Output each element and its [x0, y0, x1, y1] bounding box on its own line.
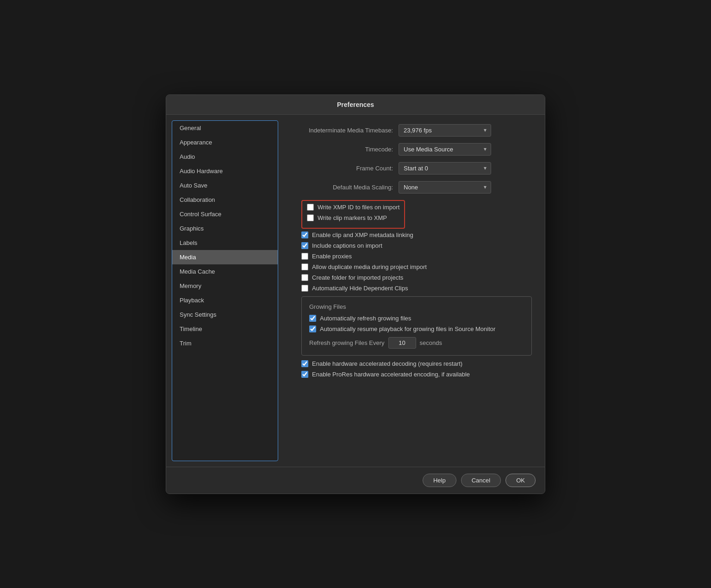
timecode-label: Timecode:	[297, 146, 399, 153]
create-folder-imported-checkbox[interactable]	[301, 274, 308, 281]
frame-count-select[interactable]: Start at 0Start at 1	[399, 162, 491, 175]
checkbox-row-create-folder-imported: Create folder for imported projects	[301, 274, 532, 281]
write-xmp-id-label: Write XMP ID to files on import	[318, 204, 399, 211]
sidebar-item-trim[interactable]: Trim	[172, 336, 278, 350]
hw-accel-decoding-label: Enable hardware accelerated decoding (re…	[312, 360, 462, 367]
sidebar-item-media[interactable]: Media	[172, 250, 278, 264]
indeterminate-media-timebase-select[interactable]: 23,976 fps24 fps25 fps29,97 fps30 fps	[399, 124, 491, 137]
create-folder-imported-label: Create folder for imported projects	[312, 274, 403, 281]
checkbox-row-write-clip-markers: Write clip markers to XMP	[307, 214, 399, 221]
sidebar-item-audio-hardware[interactable]: Audio Hardware	[172, 164, 278, 178]
sidebar-item-control-surface[interactable]: Control Surface	[172, 207, 278, 221]
write-clip-markers-label: Write clip markers to XMP	[318, 214, 387, 221]
field-row-default-media-scaling: Default Media Scaling:NoneSet to Frame S…	[297, 181, 532, 194]
growing-files-box: Growing Files Automatically refresh grow…	[301, 296, 532, 356]
title-bar: Preferences	[166, 95, 545, 115]
sidebar-item-collaboration[interactable]: Collaboration	[172, 193, 278, 207]
preferences-dialog: Preferences GeneralAppearanceAudioAudio …	[166, 94, 545, 494]
refresh-unit: seconds	[420, 339, 442, 346]
auto-resume-playback-checkbox[interactable]	[309, 325, 316, 332]
auto-refresh-growing-label: Automatically refresh growing files	[320, 315, 411, 322]
auto-refresh-growing-checkbox[interactable]	[309, 315, 316, 322]
sidebar-item-media-cache[interactable]: Media Cache	[172, 264, 278, 279]
refresh-label: Refresh growing Files Every	[309, 339, 385, 346]
cancel-button[interactable]: Cancel	[461, 474, 501, 487]
include-captions-label: Include captions on import	[312, 242, 382, 249]
sidebar-item-general[interactable]: General	[172, 121, 278, 135]
sidebar-item-appearance[interactable]: Appearance	[172, 135, 278, 150]
checkbox-row-write-xmp-id: Write XMP ID to files on import	[307, 204, 399, 211]
checkbox-row-enable-clip-xmp-linking: Enable clip and XMP metadata linking	[301, 231, 532, 238]
checkbox-row-auto-refresh-growing: Automatically refresh growing files	[309, 315, 524, 322]
sidebar-item-graphics[interactable]: Graphics	[172, 221, 278, 236]
dialog-footer: Help Cancel OK	[166, 467, 545, 494]
write-clip-markers-checkbox[interactable]	[307, 214, 314, 221]
default-media-scaling-select[interactable]: NoneSet to Frame SizeScale to Frame Size	[399, 181, 491, 194]
field-row-frame-count: Frame Count:Start at 0Start at 1	[297, 162, 532, 175]
hw-accel-decoding-checkbox[interactable]	[301, 360, 308, 367]
checkbox-row-auto-resume-playback: Automatically resume playback for growin…	[309, 325, 524, 332]
include-captions-checkbox[interactable]	[301, 242, 308, 249]
frame-count-label: Frame Count:	[297, 165, 399, 172]
checkbox-row-auto-hide-dependent: Automatically Hide Dependent Clips	[301, 285, 532, 292]
checkbox-row-hw-accel-decoding: Enable hardware accelerated decoding (re…	[301, 360, 532, 367]
sidebar-item-auto-save[interactable]: Auto Save	[172, 178, 278, 193]
checkbox-row-include-captions: Include captions on import	[301, 242, 532, 249]
sidebar-item-audio[interactable]: Audio	[172, 150, 278, 164]
sidebar-item-memory[interactable]: Memory	[172, 279, 278, 293]
sidebar-item-labels[interactable]: Labels	[172, 236, 278, 250]
dialog-body: GeneralAppearanceAudioAudio HardwareAuto…	[166, 115, 545, 467]
auto-hide-dependent-label: Automatically Hide Dependent Clips	[312, 285, 408, 292]
growing-files-title: Growing Files	[309, 303, 524, 310]
sidebar-item-playback[interactable]: Playback	[172, 293, 278, 307]
content-area: Indeterminate Media Timebase:23,976 fps2…	[284, 115, 545, 467]
sidebar: GeneralAppearanceAudioAudio HardwareAuto…	[172, 120, 278, 461]
prores-hw-encoding-label: Enable ProRes hardware accelerated encod…	[312, 371, 470, 378]
indeterminate-media-timebase-label: Indeterminate Media Timebase:	[297, 127, 399, 134]
checkbox-row-prores-hw-encoding: Enable ProRes hardware accelerated encod…	[301, 371, 532, 378]
auto-hide-dependent-checkbox[interactable]	[301, 285, 308, 292]
enable-proxies-label: Enable proxies	[312, 253, 352, 260]
help-button[interactable]: Help	[423, 474, 456, 487]
xmp-group: Write XMP ID to files on importWrite cli…	[301, 200, 405, 229]
field-row-timecode: Timecode:Use Media SourceGenerate Media	[297, 143, 532, 156]
refresh-row: Refresh growing Files Every seconds	[309, 337, 524, 349]
allow-duplicate-media-checkbox[interactable]	[301, 263, 308, 270]
timecode-select[interactable]: Use Media SourceGenerate Media	[399, 143, 491, 156]
ok-button[interactable]: OK	[505, 474, 536, 487]
checkbox-row-allow-duplicate-media: Allow duplicate media during project imp…	[301, 263, 532, 270]
prores-hw-encoding-checkbox[interactable]	[301, 371, 308, 378]
enable-proxies-checkbox[interactable]	[301, 253, 308, 260]
checkbox-row-enable-proxies: Enable proxies	[301, 253, 532, 260]
allow-duplicate-media-label: Allow duplicate media during project imp…	[312, 263, 427, 270]
auto-resume-playback-label: Automatically resume playback for growin…	[320, 325, 495, 332]
sidebar-item-sync-settings[interactable]: Sync Settings	[172, 307, 278, 322]
sidebar-item-timeline[interactable]: Timeline	[172, 322, 278, 336]
checkbox-section: Write XMP ID to files on importWrite cli…	[301, 200, 532, 378]
default-media-scaling-label: Default Media Scaling:	[297, 184, 399, 191]
refresh-input[interactable]	[388, 337, 416, 349]
field-row-indeterminate-media-timebase: Indeterminate Media Timebase:23,976 fps2…	[297, 124, 532, 137]
enable-clip-xmp-linking-checkbox[interactable]	[301, 231, 308, 238]
write-xmp-id-checkbox[interactable]	[307, 204, 314, 211]
enable-clip-xmp-linking-label: Enable clip and XMP metadata linking	[312, 231, 413, 238]
dialog-title: Preferences	[337, 101, 374, 108]
